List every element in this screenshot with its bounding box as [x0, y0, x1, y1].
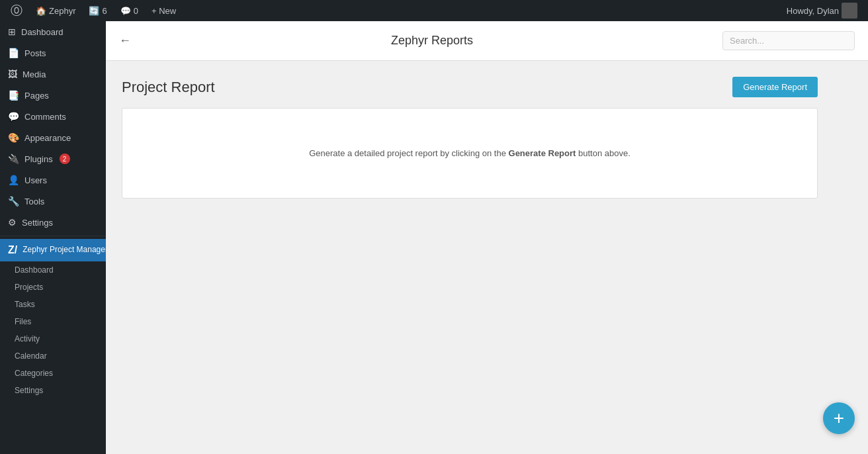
adminbar-site-name[interactable]: 🏠 Zephyr: [30, 0, 81, 21]
comments-icon: 💬: [8, 111, 19, 122]
howdy-text: Howdy, Dylan: [787, 6, 839, 16]
tools-icon: 🔧: [8, 196, 19, 206]
adminbar-wp-logo[interactable]: ⓪: [5, 0, 28, 21]
sidebar-item-dashboard[interactable]: ⊞ Dashboard: [0, 21, 106, 42]
report-card: Generate a detailed project report by cl…: [122, 108, 818, 199]
sidebar-item-media[interactable]: 🖼 Media: [0, 64, 106, 85]
plugins-badge: 2: [60, 154, 70, 164]
report-message: Generate a detailed project report by cl…: [309, 148, 630, 158]
page-header: ← Zephyr Reports: [106, 21, 868, 61]
sidebar-item-sub-settings[interactable]: Settings: [0, 382, 106, 399]
pages-icon: 📑: [8, 90, 19, 101]
pages-label: Pages: [24, 91, 49, 101]
page-title: Zephyr Reports: [142, 34, 722, 48]
sidebar-item-sub-calendar[interactable]: Calendar: [0, 347, 106, 365]
section-title: Project Report: [122, 79, 215, 96]
section-header: Project Report Generate Report: [122, 77, 818, 97]
sidebar-item-zephyr[interactable]: Z/ Zephyr Project Manager: [0, 239, 106, 261]
comments-label: Comments: [24, 112, 66, 122]
adminbar-new[interactable]: + New: [146, 0, 181, 21]
sidebar-item-sub-files[interactable]: Files: [0, 313, 106, 330]
appearance-label: Appearance: [24, 133, 71, 143]
comments-count: 0: [134, 6, 138, 16]
sidebar-item-appearance[interactable]: 🎨 Appearance: [0, 127, 106, 148]
dashboard-icon: ⊞: [8, 26, 16, 37]
generate-report-button[interactable]: Generate Report: [732, 77, 818, 97]
posts-label: Posts: [24, 48, 46, 58]
sidebar-item-pages[interactable]: 📑 Pages: [0, 85, 106, 106]
user-avatar-icon: [842, 3, 857, 19]
zephyr-label: Zephyr Project Manager: [22, 245, 106, 255]
sidebar-item-sub-tasks[interactable]: Tasks: [0, 296, 106, 313]
adminbar-comments[interactable]: 💬 0: [115, 0, 144, 21]
posts-icon: 📄: [8, 48, 19, 58]
users-label: Users: [24, 175, 47, 185]
media-icon: 🖼: [8, 69, 17, 79]
tools-label: Tools: [24, 197, 44, 206]
fab-button[interactable]: +: [823, 402, 855, 434]
home-icon: 🏠: [36, 6, 46, 16]
plugins-label: Plugins: [24, 154, 53, 164]
main-content: ← Zephyr Reports Project Report Generate…: [106, 21, 868, 454]
users-icon: 👤: [8, 175, 19, 185]
sidebar: ⊞ Dashboard 📄 Posts 🖼 Media 📑 Pages 💬 Co…: [0, 21, 106, 454]
media-label: Media: [22, 69, 46, 79]
sidebar-item-posts[interactable]: 📄 Posts: [0, 42, 106, 64]
adminbar-user[interactable]: Howdy, Dylan: [781, 0, 863, 21]
sidebar-item-comments[interactable]: 💬 Comments: [0, 106, 106, 127]
plugins-icon: 🔌: [8, 154, 19, 164]
report-message-prefix: Generate a detailed project report by cl…: [309, 148, 508, 158]
updates-count: 6: [102, 6, 107, 16]
sidebar-item-sub-categories[interactable]: Categories: [0, 365, 106, 382]
settings-label: Settings: [22, 218, 53, 228]
sidebar-item-settings[interactable]: ⚙ Settings: [0, 212, 106, 233]
wp-logo-icon: ⓪: [11, 3, 22, 19]
back-button[interactable]: ←: [119, 34, 131, 48]
updates-icon: 🔄: [89, 6, 99, 16]
admin-bar: ⓪ 🏠 Zephyr 🔄 6 💬 0 + New Howdy, Dylan: [0, 0, 868, 21]
zephyr-icon: Z/: [8, 244, 17, 256]
sidebar-item-users[interactable]: 👤 Users: [0, 169, 106, 191]
report-message-bold: Generate Report: [509, 148, 576, 158]
search-input[interactable]: [722, 31, 855, 50]
sidebar-item-plugins[interactable]: 🔌 Plugins 2: [0, 148, 106, 169]
report-message-suffix: button above.: [576, 148, 630, 158]
new-label: + New: [152, 6, 176, 16]
sidebar-item-sub-dashboard[interactable]: Dashboard: [0, 261, 106, 279]
dashboard-label: Dashboard: [21, 27, 64, 37]
content-area: Project Report Generate Report Generate …: [106, 61, 834, 214]
sidebar-item-tools[interactable]: 🔧 Tools: [0, 191, 106, 212]
sidebar-item-sub-activity[interactable]: Activity: [0, 330, 106, 347]
settings-icon: ⚙: [8, 217, 17, 228]
sidebar-item-sub-projects[interactable]: Projects: [0, 279, 106, 296]
comments-icon: 💬: [120, 6, 131, 16]
appearance-icon: 🎨: [8, 132, 19, 143]
adminbar-updates[interactable]: 🔄 6: [83, 0, 112, 21]
site-name-text: Zephyr: [49, 6, 75, 16]
